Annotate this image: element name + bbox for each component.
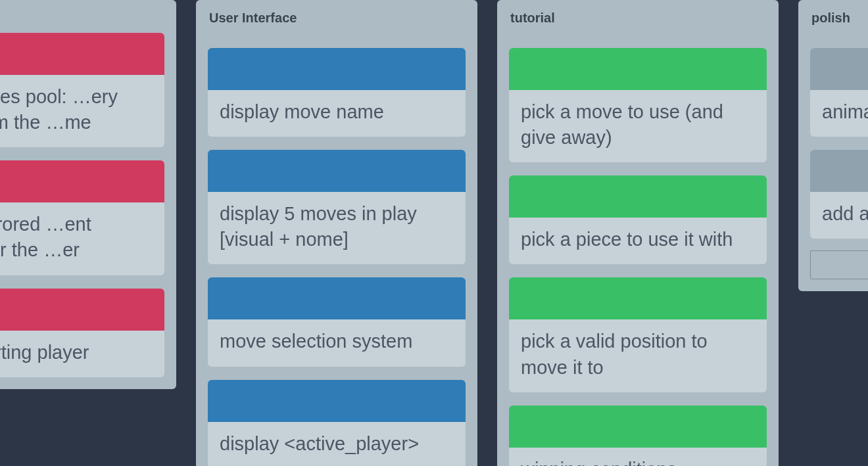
card-label-color	[509, 277, 767, 319]
list-title	[0, 0, 176, 21]
card[interactable]: …ent mirrored …ent system for the …er	[0, 160, 164, 275]
list-column: tutorial pick a move to use (and give aw…	[497, 0, 779, 466]
card-text: winning conditions	[509, 448, 767, 466]
card[interactable]: move selection system	[208, 277, 466, 366]
add-card-button[interactable]: A…	[810, 250, 868, 279]
card[interactable]: pick a piece to use it with	[509, 175, 767, 264]
card[interactable]: add a came… button	[810, 150, 868, 239]
card-text: pick a move to use (and give away)	[509, 90, 767, 162]
card-container: …he moves pool: …ery move from the …me ……	[0, 21, 176, 389]
card-label-color	[208, 48, 466, 90]
card-text: add a came… button	[810, 192, 868, 239]
card[interactable]: display 5 moves in play [visual + nome]	[208, 150, 466, 264]
list-column: polish animate se… rotate ∞? add a came……	[798, 0, 868, 291]
card-text: pick a piece to use it with	[509, 218, 767, 264]
card-text: display <active_player>	[208, 422, 466, 466]
card[interactable]: pick a move to use (and give away)	[509, 48, 767, 162]
card-label-color	[810, 48, 868, 90]
card-label-color	[810, 150, 868, 192]
list-title: polish	[798, 0, 868, 36]
card[interactable]: winning conditions	[509, 406, 767, 466]
list-title: User Interface	[196, 0, 477, 36]
card-container: display move name display 5 moves in pla…	[196, 36, 477, 466]
card-label-color	[0, 289, 164, 331]
card-text: …ent starting player	[0, 331, 164, 377]
card-text: …he moves pool: …ery move from the …me	[0, 75, 164, 147]
list-column: …he moves pool: …ery move from the …me ……	[0, 0, 176, 389]
card[interactable]: display move name	[208, 48, 466, 137]
card-label-color	[509, 406, 767, 448]
kanban-board: …he moves pool: …ery move from the …me ……	[0, 0, 868, 466]
card-text: pick a valid position to move it to	[509, 319, 767, 392]
card-label-color	[0, 160, 164, 202]
card-container: pick a move to use (and give away) pick …	[497, 36, 779, 466]
card-label-color	[509, 175, 767, 218]
card-text: display 5 moves in play [visual + nome]	[208, 192, 466, 264]
list-column: User Interface display move name display…	[196, 0, 477, 466]
card[interactable]: display <active_player>	[208, 380, 466, 466]
card[interactable]: …ent starting player	[0, 289, 164, 377]
card[interactable]: animate se… rotate ∞?	[810, 48, 868, 137]
card-label-color	[509, 48, 767, 90]
card-label-color	[208, 277, 466, 319]
card-container: animate se… rotate ∞? add a came… button	[798, 36, 868, 250]
card-text: animate se… rotate ∞?	[810, 90, 868, 137]
list-title: tutorial	[497, 0, 779, 36]
card-text: move selection system	[208, 319, 466, 366]
card-label-color	[0, 33, 164, 75]
card[interactable]: …he moves pool: …ery move from the …me	[0, 33, 164, 147]
card-label-color	[208, 150, 466, 192]
card-text: …ent mirrored …ent system for the …er	[0, 202, 164, 275]
card-text: display move name	[208, 90, 466, 137]
card-label-color	[208, 380, 466, 422]
card[interactable]: pick a valid position to move it to	[509, 277, 767, 392]
